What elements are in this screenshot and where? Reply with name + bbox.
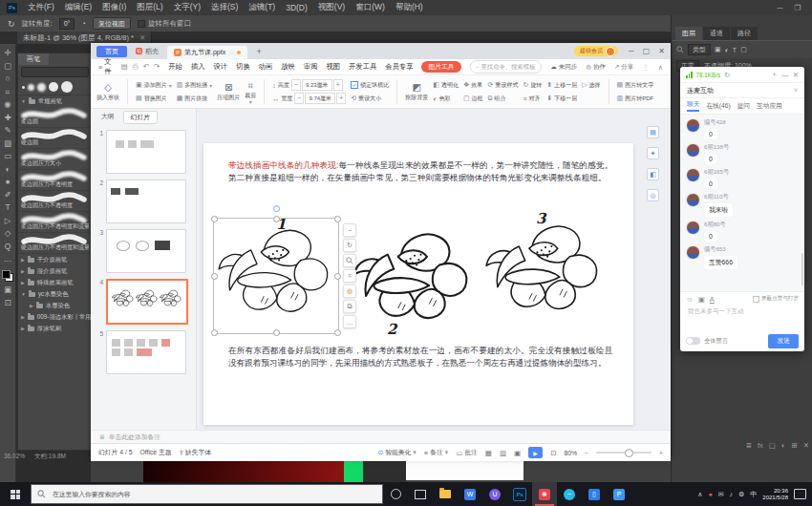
recording-dot-icon[interactable]: ● <box>708 491 712 497</box>
pic-to-pdf-button[interactable]: ▥图片转PDF <box>617 93 654 104</box>
mail-tray-icon[interactable]: ✉ <box>718 491 724 498</box>
effect-button[interactable]: ❖效果 <box>463 79 483 91</box>
layer-mask-icon[interactable]: ▢ <box>769 441 776 450</box>
transparent-button[interactable]: ◧透明化 <box>433 79 459 91</box>
slide-thumbnail-4-selected[interactable] <box>106 279 188 325</box>
screen-mode-icon[interactable]: ⊡ <box>4 299 11 307</box>
brush-folder-general[interactable]: ▼常规画笔 <box>18 95 92 107</box>
filter-pixel-icon[interactable]: ▣ <box>715 46 721 53</box>
brush-item[interactable]: 硬边圆 <box>18 128 92 149</box>
delete-layer-icon[interactable]: ✕ <box>803 441 809 450</box>
star-icon[interactable]: ☆ <box>228 49 234 56</box>
tab-design[interactable]: 设计 <box>213 62 227 72</box>
select-button[interactable]: ▷选择 <box>582 79 600 91</box>
height-minus-button[interactable]: − <box>291 79 301 91</box>
picture-tools-tab[interactable]: 图片工具 <box>421 61 460 73</box>
properties-toggle-icon[interactable]: ▤ <box>647 126 659 138</box>
wps-document-tab[interactable]: P 第九节课.pptx ☆ <box>167 46 247 59</box>
width-value[interactable]: 9.74厘米 <box>305 93 335 104</box>
share-button[interactable]: ↗分享 <box>614 63 633 72</box>
brush-folder[interactable]: ▶湿介质画笔 <box>18 265 92 277</box>
ps-zoom-level[interactable]: 36.02% <box>4 453 25 461</box>
brush-item[interactable]: 硬边圆压力不透明度和流量 <box>18 233 92 254</box>
filter-type-icon[interactable]: T <box>733 47 737 53</box>
wps-minimize-icon[interactable]: ─ <box>629 47 634 55</box>
tab-chat[interactable]: 聊天 <box>687 100 699 112</box>
mute-all-toggle[interactable] <box>686 337 700 345</box>
replace-picture-button[interactable]: ▤替换图片 <box>136 93 172 104</box>
ps-menu-3d[interactable]: 3D(D) <box>286 3 308 12</box>
brush-item[interactable]: 柔边圆压力大小 <box>18 149 92 170</box>
ellipsis-icon[interactable]: … <box>4 255 12 264</box>
chat-minimize-icon[interactable]: — <box>781 71 789 79</box>
pen-tool-icon[interactable]: ✐ <box>4 191 11 200</box>
print-icon[interactable]: ⎙ <box>133 62 139 72</box>
beautify-quick-icon[interactable]: ◍ <box>343 285 356 298</box>
brush-folder[interactable]: ▶水墨染色 <box>18 300 92 311</box>
wps-close-icon[interactable]: ✕ <box>658 47 665 55</box>
chat-input[interactable] <box>686 306 802 315</box>
sorter-view-icon[interactable]: ▥ <box>500 449 506 457</box>
chat-close-icon[interactable]: ✕ <box>793 71 799 79</box>
cloud-app-icon[interactable]: ~ <box>557 482 582 506</box>
file-explorer-icon[interactable] <box>433 482 458 506</box>
block-likes-option[interactable]: 屏蔽点赞与打赏 <box>753 295 799 303</box>
type-tool-icon[interactable]: T <box>5 203 10 212</box>
bring-forward-button[interactable]: ⬆上移一层 <box>546 79 577 91</box>
eyedropper-tool-icon[interactable]: ◉ <box>4 100 11 109</box>
brush-folder[interactable]: ▶009-湿边水彩丨常用 <box>18 311 92 323</box>
zoom-in-button[interactable]: + <box>659 450 663 456</box>
ps-menu-filter[interactable]: 滤镜(T) <box>248 2 275 13</box>
selection-handle[interactable] <box>334 216 341 222</box>
ps-minimize-icon[interactable]: ─ <box>777 4 782 12</box>
p-app-icon[interactable]: P <box>607 482 631 506</box>
command-search[interactable]: 查找命令、搜索模板 <box>470 60 543 74</box>
tab-devtools[interactable]: 开发工具 <box>349 62 376 72</box>
rotate-button[interactable]: ↻旋转 <box>523 79 542 91</box>
slide-thumbnail-3[interactable] <box>106 229 186 273</box>
block-likes-checkbox[interactable] <box>753 296 759 303</box>
brush-item[interactable]: 柔边圆压力不透明度 <box>18 170 92 191</box>
live-class-app-icon[interactable]: ❋ <box>532 482 557 506</box>
tab-view[interactable]: 视图 <box>326 62 340 72</box>
redo-icon[interactable]: ↷ <box>154 62 160 72</box>
path-select-tool-icon[interactable]: ▷ <box>5 217 11 225</box>
send-button[interactable]: 发送 <box>768 334 799 348</box>
width-plus-button[interactable]: + <box>336 93 346 104</box>
ps-restore-icon[interactable]: ❐ <box>794 4 801 12</box>
ps-menu-window[interactable]: 窗口(W) <box>355 2 385 13</box>
carousel-button[interactable]: ▥多图轮播▾ <box>177 79 213 91</box>
ps-menu-edit[interactable]: 编辑(E) <box>65 2 92 13</box>
reset-size-button[interactable]: ⟲重设大小 <box>351 93 389 104</box>
tab-review[interactable]: 审阅 <box>304 62 318 72</box>
image-icon[interactable]: ▣ <box>698 295 705 304</box>
cortana-button[interactable] <box>383 482 408 506</box>
tab-start[interactable]: 开始 <box>168 62 182 72</box>
zoom-percent[interactable]: 80% <box>564 450 577 456</box>
ps-menu-file[interactable]: 文件(F) <box>28 2 54 13</box>
brush-folder[interactable]: ▶厚涂笔刷 <box>18 323 92 334</box>
healing-tool-icon[interactable]: ✚ <box>4 114 11 122</box>
rotate-quick-icon[interactable]: ↻ <box>343 239 356 252</box>
photoshop-app-icon[interactable]: Ps <box>507 482 532 506</box>
collaborate-button[interactable]: ◎协作 <box>586 63 606 72</box>
selection-handle[interactable] <box>211 273 218 280</box>
file-menu[interactable]: ≡文件 <box>98 57 113 76</box>
slide-paragraph-top[interactable]: 带边线插画中线条的几种表现:每一种线条呈现出来的效果都是不一样的，第一种讲究随性… <box>228 159 612 186</box>
new-layer-icon[interactable]: ⊞ <box>791 441 797 450</box>
animation-toggle-icon[interactable]: ✦ <box>647 147 659 159</box>
slide-thumbnail-1[interactable] <box>106 130 186 174</box>
tab-questions[interactable]: 提问 <box>737 102 750 111</box>
border-button[interactable]: ▢边框 <box>463 93 483 104</box>
shape-tool-icon[interactable]: ◇ <box>5 229 11 238</box>
layer-fx-icon[interactable]: fx <box>758 441 763 450</box>
brush-search-input[interactable] <box>21 67 89 77</box>
gradient-tool-icon[interactable]: ◐ <box>5 165 10 174</box>
channels-panel-tab[interactable]: 通道 <box>703 27 730 40</box>
undo-icon[interactable]: ↶ <box>143 62 149 72</box>
marquee-tool-icon[interactable]: ▢ <box>4 62 11 71</box>
copy-quick-icon[interactable]: ⧉ <box>343 300 356 313</box>
slide-canvas[interactable]: 带边线插画中线条的几种表现:每一种线条呈现出来的效果都是不一样的，第一种讲究随性… <box>203 143 633 425</box>
account-pill[interactable]: 超级会员 <box>574 46 618 56</box>
color-button[interactable]: ◐色彩 <box>433 93 459 104</box>
